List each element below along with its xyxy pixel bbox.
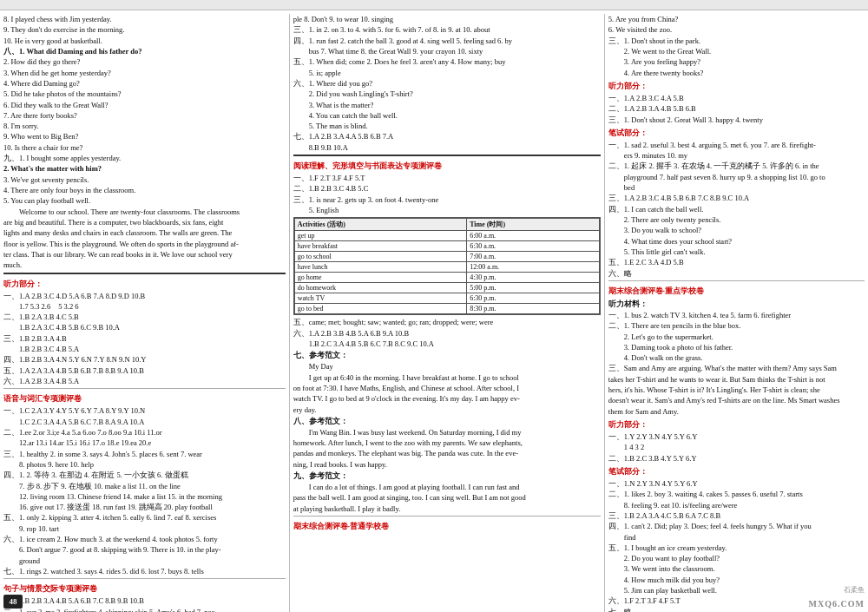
mc-8: 2. Did you wash Lingling's T-shirt? [293,89,601,99]
san-section: 三、Sam and Amy are arguing. What's the ma… [608,363,865,417]
activity-8: go to bed [294,304,466,314]
activity-6: do homework [294,283,466,293]
qimo-zhongdian-title: 期末综合测评卷·重点学校卷 [608,286,865,297]
time-1: 6:00 a.m. [467,231,600,241]
time-8: 8:30 p.m. [467,304,600,314]
ba-title-mid: 八、参考范文： [293,417,601,427]
bs-11: 5. This little girl can't walk. [608,247,865,257]
y-3: 二、1.ee 2.or 3.i;e 4.a 5.a 6.oo 7.o 8.oo … [3,427,286,438]
bs-9: 3. Do you walk to school? [608,225,865,235]
san-5: them for Sam and Amy. [608,406,865,417]
divider-3 [3,578,286,579]
jiu-title: 2. What's the matter with him? [3,163,286,174]
activity-4: have lunch [294,262,466,273]
ba-9: 10. Is there a chair for me? [3,142,286,153]
ba-c-4: ning, I read books. I was happy. [293,459,601,470]
rc-6: 4. Are there twenty books? [608,68,865,78]
jiu-4: Welcome to our school. There are twenty-… [3,207,286,217]
activity-3: go to school [294,252,466,262]
rt-1: 一、1.A 2.B 3.C 4.A 5.B [608,93,865,103]
jiu-3: 5. You can play football well. [3,195,286,206]
essay-1: lights and many desks and chairs in each… [3,227,286,238]
table-row: have lunch 12:00 a.m. [294,262,599,273]
bishi-title: 笔试部分： [608,128,865,139]
activity-1: get up [294,231,466,241]
qt-2: 二、1. There are ten pencils in the blue b… [608,320,865,331]
y-16: 七、1. rings 2. watched 3. says 4. rides 5… [3,566,286,576]
j-2: 二、1. our 2. me 3. firefighters 4. skippi… [3,607,286,612]
time-4: 12:00 a.m. [467,262,600,273]
ba-10: 九、1. I bought some apples yesterday. [3,153,286,163]
san-1: 三、Sam and Amy are arguing. What's the ma… [608,363,865,373]
y-10: 16. give out 17. 接送蛋 18. run fast 19. 跳绳… [3,502,286,512]
time-5: 4:30 p.m. [467,273,600,283]
table-header-activities: Activities (活动) [294,219,466,231]
table-row: do homework 5:00 p.m. [294,283,599,293]
jiu-content: I can do a lot of things. I am good at p… [293,482,601,514]
yd-4: 5. English [293,205,601,215]
table-row: watch TV 6:30 p.m. [294,293,599,304]
b2-6: find [608,532,865,543]
rt-3: 三、1. Don't shout 2. Great Wall 3. happy … [608,115,865,125]
y-7: 四、1. 2. 等待 3. 在那边 4. 在附近 5. 一小女孩 6. 做蛋糕 [3,470,286,480]
tf-2: 1 4 3 2 [608,442,865,452]
ba-c-1: I'm Wang Bin. I was busy last weekend. O… [293,427,601,438]
content-area: 8. I played chess with Jim yesterday. 9.… [0,10,868,612]
jiu-5: are big and beautiful. There is a comput… [3,217,286,227]
qimo-tingli-title: 听力材料： [608,299,865,310]
ba-c-2: homework. After lunch, I went to the zoo… [293,438,601,448]
y-9: 12. living room 13. Chinese friend 14. m… [3,491,286,502]
time-6: 5:00 p.m. [467,283,600,293]
qt-4: 3. Daming took a photo of his father. [608,342,865,352]
t-1: 一、1.A 2.B 3.C 4.D 5.A 6.B 7.A 8.D 9.D 10… [3,291,286,301]
b2-1: 一、1.N 2.Y 3.N 4.Y 5.Y 6.Y [608,478,865,489]
jiu-c-2: pass the ball well. I am good at singing… [293,492,601,503]
logo: 石柔鱼 [844,585,865,595]
activity-2: have breakfast [294,241,466,252]
tingli-fen-title: 听力部分： [608,419,865,431]
mc-6: 5. is; apple [293,68,601,78]
table-row: have breakfast 6:30 a.m. [294,241,599,252]
wu-1: 五、came; met; bought; saw; wanted; go; ra… [293,317,601,327]
tingli-title: 听力部分： [3,279,286,290]
mc-3: 四、1. run fast 2. catch the ball 3. good … [293,36,601,46]
yuedu-title: 阅读理解、完形填空与书面表达专项测评卷 [293,161,601,172]
bs-4: playground 7. half past seven 8. hurry u… [608,172,865,182]
bs-1: 一、1. sad 2. useful 3. best 4. arguing 5.… [608,140,865,150]
table-row: go home 4:30 p.m. [294,273,599,283]
t-3: 二、1.B 2.A 3.B 4.C 5.B [3,312,286,322]
bs-5: bed [608,182,865,193]
bs-12: 五、1.E 2.C 3.A 4.D 5.B [608,257,865,267]
time-7: 6:30 p.m. [467,293,600,304]
bs-8: 2. There are only twenty pencils. [608,214,865,225]
t-5: 三、1.B 2.B 3.A 4.B [3,333,286,344]
right-tingli-title: 听力部分： [608,81,865,92]
yd-1: 一、1.F 2.T 3.F 4.F 5.T [293,173,601,183]
table-row: go to school 7:00 a.m. [294,252,599,262]
mc-2: 三、1. in 2. on 3. to 4. with 5. for 6. wi… [293,24,601,35]
liu-1: 六、1.A 2.B 3.B 4.B 5.A 6.B 9.A 10.B [293,328,601,339]
mc-9: 3. What is the matter? [293,100,601,110]
rc-4: 2. We went to the Great Wall. [608,46,865,56]
t-8: 五、1.A 2.A 3.A 4.B 5.B 6.B 7.B 8.B 9.A 10… [3,365,286,376]
activity-table: Activities (活动) Time (时间) get up 6:00 a.… [293,217,601,315]
watermark: MXQ6.COM [809,599,865,609]
line-8: 8. I played chess with Jim yesterday. [3,14,286,24]
ba-content: I'm Wang Bin. I was busy last weekend. O… [293,427,601,470]
mc-11: 5. The man is blind. [293,121,601,131]
b2-4: 三、1.B 2.A 3.A 4.C 5.B 6.A 7.C 8.B [608,510,865,521]
page-container: 8. I played chess with Jim yesterday. 9.… [0,0,868,612]
bs-6: 三、1.A 2.B 3.C 4.B 5.B 6.B 7.C 8.B 9.C 10… [608,193,865,203]
san-3: hers, it's his. Whose T-shirt is it? It'… [608,385,865,395]
mc-5: 五、1. When did; come 2. Does he feel 3. a… [293,56,601,67]
bishi2-title: 笔试部分： [608,466,865,477]
page-number: 48 [3,595,23,609]
rc-5: 3. Are you feeling happy? [608,56,865,67]
yd-3: 三、1. is near 2. gets up 3. on foot 4. tw… [293,194,601,205]
mc-1: ple 8. Don't 9. to wear 10. singing [293,14,601,24]
rt-2: 二、1.A 2.B 3.A 4.B 5.B 6.B [608,103,865,114]
mid-divider-2 [293,516,601,517]
bs-2: ers 9. minutes 10. my [608,150,865,161]
top-bar [0,0,868,10]
j-1: 一、1.B 2.B 3.A 4.B 5.A 6.B 7.C 8.B 9.B 10… [3,596,286,606]
